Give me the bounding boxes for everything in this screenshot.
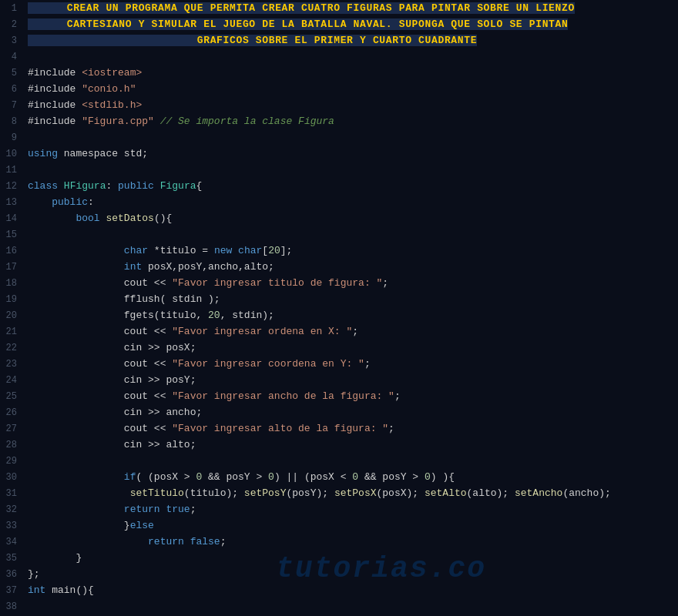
code-content: int main(){ bbox=[23, 582, 678, 598]
code-content: fgets(titulo, 20, stdin); bbox=[23, 307, 678, 323]
table-row: 38 bbox=[0, 598, 678, 614]
table-row: 35 } bbox=[0, 550, 678, 566]
table-row: 10using namespace std; bbox=[0, 146, 678, 162]
line-number: 11 bbox=[0, 162, 23, 178]
line-number: 12 bbox=[0, 178, 23, 194]
code-content: cout << "Favor ingresar ordena en X: "; bbox=[23, 323, 678, 340]
table-row: 29 bbox=[0, 453, 678, 469]
table-row: 21 cout << "Favor ingresar ordena en X: … bbox=[0, 323, 678, 340]
table-row: 25 cout << "Favor ingresar ancho de la f… bbox=[0, 388, 678, 404]
line-number: 19 bbox=[0, 291, 23, 307]
table-row: 31 setTitulo(titulo); setPosY(posY); set… bbox=[0, 485, 678, 501]
code-content bbox=[23, 226, 678, 243]
table-row: 15 bbox=[0, 226, 678, 243]
line-number: 10 bbox=[0, 146, 23, 162]
table-row: 32 return true; bbox=[0, 501, 678, 517]
code-content: setTitulo(titulo); setPosY(posY); setPos… bbox=[23, 485, 678, 501]
line-number: 30 bbox=[0, 469, 23, 485]
code-content: CREAR UN PROGRAMA QUE PERMITA CREAR CUAT… bbox=[23, 0, 678, 16]
table-row: 22 cin >> posX; bbox=[0, 340, 678, 356]
table-row: 36}; bbox=[0, 566, 678, 582]
code-content: fflush( stdin ); bbox=[23, 291, 678, 307]
line-number: 33 bbox=[0, 517, 23, 534]
table-row: 6#include "conio.h" bbox=[0, 81, 678, 97]
line-number: 5 bbox=[0, 65, 23, 81]
table-row: 19 fflush( stdin ); bbox=[0, 291, 678, 307]
line-number: 15 bbox=[0, 226, 23, 243]
table-row: 14 bool setDatos(){ bbox=[0, 210, 678, 226]
code-table: 1 CREAR UN PROGRAMA QUE PERMITA CREAR CU… bbox=[0, 0, 678, 616]
code-content: #include <iostream> bbox=[23, 65, 678, 81]
line-number: 29 bbox=[0, 453, 23, 469]
code-content: cin >> ancho; bbox=[23, 404, 678, 420]
table-row: 3 GRAFICOS SOBRE EL PRIMER Y CUARTO CUAD… bbox=[0, 32, 678, 49]
table-row: 30 if( (posX > 0 && posY > 0) || (posX <… bbox=[0, 469, 678, 485]
line-number: 35 bbox=[0, 550, 23, 566]
line-number: 24 bbox=[0, 372, 23, 388]
code-content bbox=[23, 129, 678, 146]
table-row: 13 public: bbox=[0, 194, 678, 210]
line-number: 34 bbox=[0, 534, 23, 550]
code-content bbox=[23, 598, 678, 614]
line-number: 31 bbox=[0, 485, 23, 501]
code-content: #include <stdlib.h> bbox=[23, 97, 678, 113]
code-content: cout << "Favor ingresar alto de la figur… bbox=[23, 420, 678, 437]
table-row: 7#include <stdlib.h> bbox=[0, 97, 678, 113]
line-number: 4 bbox=[0, 49, 23, 65]
table-row: 9 bbox=[0, 129, 678, 146]
code-content: cin >> posX; bbox=[23, 340, 678, 356]
code-content bbox=[23, 162, 678, 178]
code-content: int posX,posY,ancho,alto; bbox=[23, 259, 678, 275]
line-number: 14 bbox=[0, 210, 23, 226]
code-content: #include "conio.h" bbox=[23, 81, 678, 97]
code-content bbox=[23, 49, 678, 65]
table-row: 23 cout << "Favor ingresar coordena en Y… bbox=[0, 356, 678, 372]
line-number: 27 bbox=[0, 420, 23, 437]
code-content: }; bbox=[23, 566, 678, 582]
table-row: 18 cout << "Favor ingresar titulo de fig… bbox=[0, 275, 678, 291]
line-number: 22 bbox=[0, 340, 23, 356]
code-content: }else bbox=[23, 517, 678, 534]
line-number: 26 bbox=[0, 404, 23, 420]
table-row: 16 char *titulo = new char[20]; bbox=[0, 243, 678, 259]
code-content: char *titulo = new char[20]; bbox=[23, 243, 678, 259]
line-number: 6 bbox=[0, 81, 23, 97]
line-number: 20 bbox=[0, 307, 23, 323]
code-content: public: bbox=[23, 194, 678, 210]
code-content: #include "Figura.cpp" // Se importa la c… bbox=[23, 113, 678, 129]
table-row: 4 bbox=[0, 49, 678, 65]
code-content: cin >> alto; bbox=[23, 437, 678, 453]
table-row: 26 cin >> ancho; bbox=[0, 404, 678, 420]
table-row: 27 cout << "Favor ingresar alto de la fi… bbox=[0, 420, 678, 437]
table-row: 11 bbox=[0, 162, 678, 178]
code-content: cout << "Favor ingresar ancho de la figu… bbox=[23, 388, 678, 404]
code-content: cout << "Favor ingresar coordena en Y: "… bbox=[23, 356, 678, 372]
line-number: 8 bbox=[0, 113, 23, 129]
table-row: 37int main(){ bbox=[0, 582, 678, 598]
code-content: bool setDatos(){ bbox=[23, 210, 678, 226]
table-row: 24 cin >> posY; bbox=[0, 372, 678, 388]
line-number: 36 bbox=[0, 566, 23, 582]
line-number: 16 bbox=[0, 243, 23, 259]
table-row: 34 return false; bbox=[0, 534, 678, 550]
table-row: 28 cin >> alto; bbox=[0, 437, 678, 453]
line-number: 7 bbox=[0, 97, 23, 113]
code-content: using namespace std; bbox=[23, 146, 678, 162]
table-row: 17 int posX,posY,ancho,alto; bbox=[0, 259, 678, 275]
table-row: 33 }else bbox=[0, 517, 678, 534]
table-row: 12class HFigura: public Figura{ bbox=[0, 178, 678, 194]
table-row: 1 CREAR UN PROGRAMA QUE PERMITA CREAR CU… bbox=[0, 0, 678, 16]
line-number: 1 bbox=[0, 0, 23, 16]
line-number: 25 bbox=[0, 388, 23, 404]
table-row: 20 fgets(titulo, 20, stdin); bbox=[0, 307, 678, 323]
table-row: 8#include "Figura.cpp" // Se importa la … bbox=[0, 113, 678, 129]
line-number: 28 bbox=[0, 437, 23, 453]
code-content: GRAFICOS SOBRE EL PRIMER Y CUARTO CUADRA… bbox=[23, 32, 678, 49]
code-content: if( (posX > 0 && posY > 0) || (posX < 0 … bbox=[23, 469, 678, 485]
line-number: 32 bbox=[0, 501, 23, 517]
line-number: 9 bbox=[0, 129, 23, 146]
code-content: class HFigura: public Figura{ bbox=[23, 178, 678, 194]
code-content: return false; bbox=[23, 534, 678, 550]
line-number: 37 bbox=[0, 582, 23, 598]
table-row: 2 CARTESIANO Y SIMULAR EL JUEGO DE LA BA… bbox=[0, 16, 678, 32]
